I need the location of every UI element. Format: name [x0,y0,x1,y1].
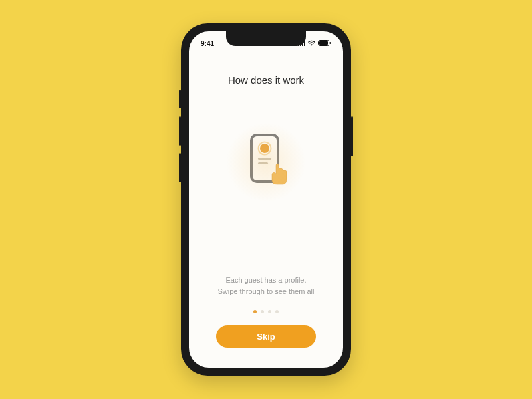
notch [226,31,306,46]
page-dot-2[interactable] [261,310,264,313]
illustration-glow [226,122,306,202]
phone-screen: 9:41 How does it work [189,31,343,368]
skip-button[interactable]: Skip [216,325,316,348]
page-dot-3[interactable] [268,310,271,313]
phone-frame: 9:41 How does it work [181,23,351,376]
onboarding-illustration [226,122,306,202]
volume-up-button [179,116,181,146]
wifi-icon [307,40,316,47]
page-dot-1[interactable] [253,310,257,313]
status-time: 9:41 [201,40,214,47]
description-line-2: Swipe through to see them all [218,286,315,297]
page-dot-4[interactable] [275,310,279,313]
onboarding-description: Each guest has a profile. Swipe through … [218,275,315,297]
svg-rect-7 [330,42,331,44]
power-button [351,116,353,156]
description-line-1: Each guest has a profile. [218,275,315,286]
onboarding-content: How does it work [189,51,343,368]
page-indicator[interactable] [253,310,279,313]
battery-icon [318,40,331,47]
onboarding-title: How does it work [228,74,304,86]
volume-down-button [179,153,181,182]
svg-rect-6 [319,41,328,45]
mute-switch [179,90,181,108]
